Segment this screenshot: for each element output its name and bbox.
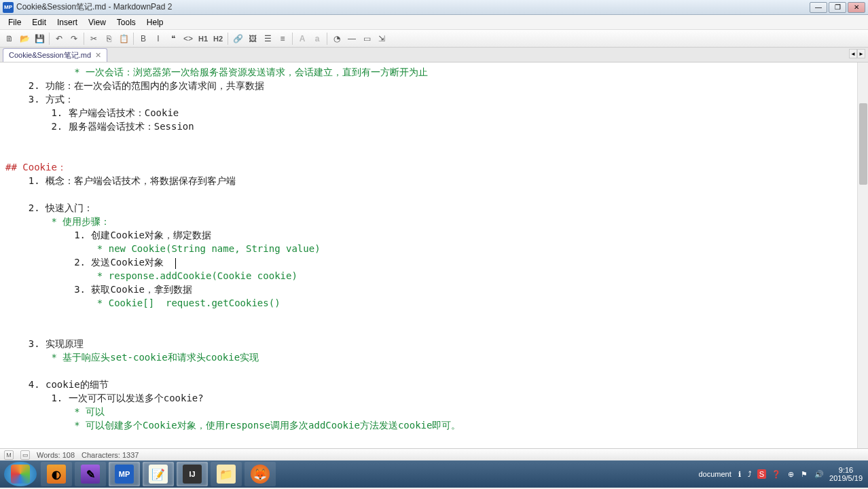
tab-close-icon[interactable]: ✕ <box>95 51 101 60</box>
tab-label: Cookie&Session笔记.md <box>9 50 91 60</box>
text: * <box>5 270 109 281</box>
cut-icon[interactable]: ✂ <box>87 32 101 46</box>
text: new Cookie(String name, String value) <box>109 243 321 254</box>
tab-prev-icon[interactable]: ◄ <box>849 49 857 58</box>
font-down-icon[interactable]: a <box>310 32 324 46</box>
text: 1. 概念：客户端会话技术，将数据保存到客户端 <box>5 175 236 186</box>
browser-icon[interactable]: ⇲ <box>375 32 388 46</box>
menu-bar: File Edit Insert View Tools Help <box>0 15 868 30</box>
close-button[interactable]: ✕ <box>848 2 865 13</box>
tray-sogou-icon[interactable]: S <box>757 469 766 479</box>
new-file-icon[interactable]: 🗎 <box>3 32 16 46</box>
tray-flag-icon[interactable]: ⚑ <box>799 470 809 479</box>
text: 一次会话：浏览器第一次给服务器资源发送请求，会话建立，直到有一方断开为止 <box>86 67 428 77</box>
image-icon[interactable]: 🖼 <box>246 32 259 46</box>
editor-tab[interactable]: Cookie&Session笔记.md ✕ <box>3 48 107 62</box>
menu-tools[interactable]: Tools <box>111 16 141 29</box>
text: 可以 <box>86 406 105 417</box>
editor-area[interactable]: * 一次会话：浏览器第一次给服务器资源发送请求，会话建立，直到有一方断开为止 2… <box>0 62 857 448</box>
text: 4. cookie的细节 <box>5 379 109 390</box>
toolbar-separator <box>327 33 327 45</box>
save-icon[interactable]: 💾 <box>33 32 46 46</box>
tray-icon-3[interactable]: ❓ <box>770 470 782 479</box>
quote-icon[interactable]: ❝ <box>166 32 180 46</box>
text: 1. 一次可不可以发送多个cookie? <box>5 393 204 403</box>
text: 1. 客户端会话技术：Cookie <box>5 107 179 118</box>
word-count: Words: 108 <box>37 451 75 459</box>
book-icon[interactable]: ▭ <box>20 450 30 460</box>
menu-insert[interactable]: Insert <box>52 16 83 29</box>
taskbar-intellij[interactable]: IJ <box>177 462 208 486</box>
font-up-icon[interactable]: A <box>295 32 309 46</box>
tray-icon-2[interactable]: ⤴ <box>746 470 753 478</box>
app-icon: MP <box>3 2 14 13</box>
redo-icon[interactable]: ↷ <box>67 32 81 46</box>
tray-icon-4[interactable]: ⊕ <box>786 470 795 479</box>
text: 3. 方式： <box>5 94 74 105</box>
taskbar-notepad[interactable]: 📝 <box>143 462 174 486</box>
text: * <box>5 406 86 417</box>
text: 1. 创建Cookie对象，绑定数据 <box>5 230 211 240</box>
scrollbar-thumb[interactable] <box>859 103 867 185</box>
text: * <box>5 243 109 254</box>
italic-icon[interactable]: I <box>151 32 165 46</box>
tab-bar: Cookie&Session笔记.md ✕ ◄ ► <box>0 48 868 62</box>
preview-icon[interactable]: ▭ <box>360 32 374 46</box>
text: 2. 发送Cookie对象 <box>5 257 164 268</box>
text: 2. 快速入门： <box>5 202 93 213</box>
menu-file[interactable]: File <box>3 16 26 29</box>
taskbar-explorer[interactable]: 📁 <box>211 462 242 486</box>
tray-icon-1[interactable]: ℹ <box>737 470 742 479</box>
maximize-button[interactable]: ❐ <box>829 2 846 13</box>
link-icon[interactable]: 🔗 <box>231 32 245 46</box>
timestamp-icon[interactable]: ◔ <box>330 32 344 46</box>
taskbar-markdownpad[interactable]: MP <box>109 462 140 486</box>
tray-date[interactable]: 2019/5/19 <box>829 474 863 482</box>
window-title: Cookie&Session笔记.md - MarkdownPad 2 <box>16 1 810 13</box>
bold-icon[interactable]: B <box>137 32 150 46</box>
ul-icon[interactable]: ☰ <box>261 32 274 46</box>
text: 基于响应头set-cookie和请求头cookie实现 <box>62 352 259 363</box>
heading: ## Cookie： <box>5 162 67 173</box>
tray-time[interactable]: 9:16 <box>829 466 863 474</box>
windows-logo-icon <box>11 465 30 484</box>
paste-icon[interactable]: 📋 <box>117 32 130 46</box>
char-count: Characters: 1337 <box>82 451 139 459</box>
h1-icon[interactable]: H1 <box>196 32 210 46</box>
open-file-icon[interactable]: 📂 <box>18 32 31 46</box>
taskbar-firefox[interactable]: 🦊 <box>245 462 276 486</box>
text: response.addCookie(Cookie cookie) <box>109 270 297 281</box>
ol-icon[interactable]: ≡ <box>276 32 289 46</box>
tray-doc-label[interactable]: document <box>697 470 732 478</box>
menu-view[interactable]: View <box>83 16 111 29</box>
taskbar: ◐ ✎ MP 📝 IJ 📁 🦊 document ℹ ⤴ S ❓ ⊕ ⚑ 🔊 9… <box>0 460 868 488</box>
h2-icon[interactable]: H2 <box>211 32 225 46</box>
system-tray: document ℹ ⤴ S ❓ ⊕ ⚑ 🔊 9:16 2019/5/19 <box>693 466 867 482</box>
toolbar-separator <box>133 33 134 45</box>
menu-help[interactable]: Help <box>141 16 169 29</box>
text: 3. 实现原理 <box>5 338 84 349</box>
tray-volume-icon[interactable]: 🔊 <box>813 470 825 479</box>
markdown-icon[interactable]: M <box>4 450 14 460</box>
text-cursor <box>175 258 176 269</box>
taskbar-app-2[interactable]: ✎ <box>75 462 106 486</box>
toolbar-separator <box>228 33 228 45</box>
undo-icon[interactable]: ↶ <box>52 32 66 46</box>
start-button[interactable] <box>4 462 37 486</box>
text: * <box>5 352 62 363</box>
copy-icon[interactable]: ⎘ <box>102 32 115 46</box>
code-icon[interactable]: <> <box>181 32 195 46</box>
taskbar-app-1[interactable]: ◐ <box>41 462 72 486</box>
menu-edit[interactable]: Edit <box>26 16 52 29</box>
tab-next-icon[interactable]: ► <box>857 49 865 58</box>
vertical-scrollbar[interactable] <box>857 62 868 448</box>
minimize-button[interactable]: — <box>810 2 827 13</box>
text: 可以创建多个Cookie对象，使用response调用多次addCookie方法… <box>86 420 460 431</box>
toolbar-separator <box>84 33 84 45</box>
text: 2. 功能：在一次会话的范围内的多次请求间，共享数据 <box>5 80 264 91</box>
title-bar: MP Cookie&Session笔记.md - MarkdownPad 2 —… <box>0 0 868 15</box>
hr-icon[interactable]: — <box>345 32 359 46</box>
toolbar-separator <box>49 33 50 45</box>
text: Cookie[] request.getCookies() <box>109 297 281 308</box>
text: 3. 获取Cookie，拿到数据 <box>5 284 192 295</box>
